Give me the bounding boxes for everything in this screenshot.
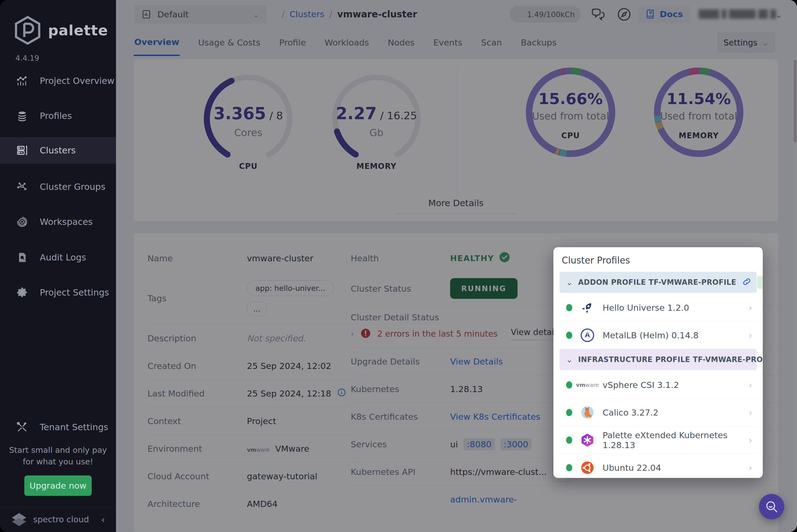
profile-layer-row[interactable]: Calico 3.27.2›: [560, 399, 757, 426]
sidebar-item-clusters[interactable]: Clusters: [0, 137, 116, 164]
chevron-right-icon: ›: [748, 379, 752, 391]
profile-layer-name: Ubuntu 22.04: [602, 463, 741, 473]
cluster-profiles-title: Cluster Profiles: [562, 255, 757, 266]
audit-logs-icon: [16, 251, 28, 264]
brand-logo: palette: [14, 16, 108, 45]
status-dot: [566, 464, 572, 471]
sidebar-item-workspaces[interactable]: Workspaces: [0, 209, 116, 235]
profile-section-header[interactable]: ⌄INFRASTRUCTURE PROFILE TF-VMWARE-PROFIL…: [560, 349, 757, 370]
cluster-groups-icon: [16, 181, 28, 193]
calico-logo: [579, 404, 595, 420]
profiles-icon: [16, 110, 28, 122]
link-icon: [742, 277, 752, 288]
brand-name: palette: [48, 22, 108, 39]
status-dot: [566, 437, 572, 444]
chevron-right-icon: ›: [748, 330, 752, 341]
profile-layer-row[interactable]: Hello Universe 1.2.0›: [560, 294, 757, 321]
promo-line2: for what you use!: [0, 456, 116, 468]
profile-layer-name: Calico 3.27.2: [602, 407, 741, 417]
chevron-down-icon: ⌄: [566, 278, 573, 287]
scope-badge: PROJ: [757, 276, 763, 289]
palette-k8s-logo: [579, 432, 595, 448]
sidebar-item-label: Workspaces: [40, 216, 93, 227]
sidebar: palette 4.4.19 Project OverviewProfilesC…: [0, 0, 116, 532]
upgrade-promo: Start small and only pay for what you us…: [0, 444, 116, 468]
status-dot: [566, 304, 572, 311]
app-version: 4.4.19: [16, 54, 39, 62]
project-overview-icon: [16, 75, 28, 87]
upgrade-now-button[interactable]: Upgrade now: [24, 475, 92, 496]
sidebar-item-label: Project Settings: [40, 287, 109, 298]
clusters-icon: [16, 144, 28, 156]
chevron-right-icon: ›: [748, 435, 752, 445]
gear-icon: [16, 286, 28, 299]
main-area: Default ⌄ / Clusters / vmware-cluster 1.…: [116, 0, 797, 532]
sidebar-footer: spectro cloud ‹: [0, 507, 116, 532]
app-window: palette 4.4.19 Project OverviewProfilesC…: [0, 0, 797, 532]
sidebar-item-tenant-settings[interactable]: Tenant Settings: [0, 414, 116, 440]
chevron-right-icon: ›: [748, 302, 752, 313]
profile-layer-row[interactable]: MetalLB (Helm) 0.14.8›: [560, 321, 757, 349]
profile-layer-name: vSphere CSI 3.1.2: [602, 380, 741, 390]
sidebar-item-cluster-groups[interactable]: Cluster Groups: [0, 174, 116, 200]
sidebar-item-project-overview[interactable]: Project Overview: [0, 68, 116, 94]
sidebar-item-label: Audit Logs: [40, 252, 86, 263]
sidebar-item-audit-logs[interactable]: Audit Logs: [0, 244, 116, 271]
status-dot: [566, 409, 572, 416]
sidebar-item-label: Profiles: [40, 111, 72, 121]
help-search-fab[interactable]: [759, 494, 784, 519]
status-dot: [566, 332, 572, 339]
cluster-profiles-list: ⌄ADDON PROFILE TF-VMWARE-PROFILEPROJHell…: [560, 272, 757, 478]
sidebar-item-project-settings[interactable]: Project Settings: [0, 279, 116, 306]
profile-section-title: ADDON PROFILE TF-VMWARE-PROFILE: [578, 278, 736, 286]
status-dot: [566, 381, 572, 388]
chevron-down-icon: ⌄: [566, 355, 573, 364]
sidebar-item-label: Tenant Settings: [40, 422, 108, 432]
magnifier-icon: [764, 499, 779, 514]
profile-section-header[interactable]: ⌄ADDON PROFILE TF-VMWARE-PROFILEPROJ: [560, 272, 757, 293]
profile-layer-name: Hello Universe 1.2.0: [602, 303, 741, 312]
sidebar-item-profiles[interactable]: Profiles: [0, 103, 116, 129]
ubuntu-logo: [579, 460, 595, 476]
workspaces-icon: [16, 216, 28, 228]
cluster-profiles-popup: Cluster Profiles ⌄ADDON PROFILE TF-VMWAR…: [554, 247, 763, 478]
collapse-sidebar-icon[interactable]: ‹: [101, 514, 105, 525]
sidebar-item-label: Project Overview: [40, 76, 114, 86]
profile-layer-row[interactable]: Ubuntu 22.04›: [560, 454, 757, 478]
sidebar-item-label: Clusters: [40, 145, 76, 156]
footer-brand: spectro cloud: [33, 515, 95, 524]
profile-layer-name: MetalLB (Helm) 0.14.8: [602, 330, 741, 340]
vmware-logo: vmware: [579, 377, 595, 393]
profile-layer-row[interactable]: vmwarevSphere CSI 3.1.2›: [560, 371, 757, 399]
spectro-cloud-logo: [11, 512, 27, 527]
profile-layer-name: Palette eXtended Kubernetes 1.28.13: [602, 430, 741, 450]
hello-universe-logo: [579, 300, 595, 316]
metallb-logo: [579, 327, 595, 343]
profile-layer-row[interactable]: Palette eXtended Kubernetes 1.28.13›: [560, 426, 757, 454]
tools-icon: [16, 421, 28, 433]
sidebar-item-label: Cluster Groups: [40, 182, 106, 192]
chevron-right-icon: ›: [748, 407, 752, 418]
palette-logo-icon: [14, 16, 41, 45]
profile-section-title: INFRASTRUCTURE PROFILE TF-VMWARE-PROFILE: [578, 356, 763, 364]
promo-line1: Start small and only pay: [0, 444, 116, 456]
chevron-right-icon: ›: [748, 462, 752, 473]
